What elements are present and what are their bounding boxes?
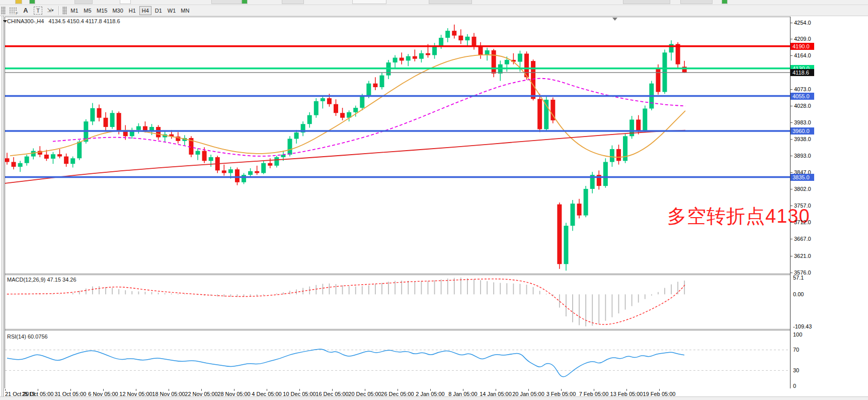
price-level-tag: 3835.0 bbox=[791, 174, 814, 181]
rsi-indicator-label: RSI(14) 60.0756 bbox=[7, 334, 48, 340]
current-price-tag: 4118.6 bbox=[791, 69, 814, 76]
candle-body bbox=[97, 108, 101, 118]
chart-ohlc-values: 4134.5 4150.4 4117.8 4118.6 bbox=[48, 18, 120, 24]
price-tick bbox=[790, 23, 793, 23]
price-tick-label: 3938.0 bbox=[794, 136, 811, 142]
candle-body bbox=[557, 205, 562, 264]
mt4-window: F A T ⇲ ▾ M1M5M15M30H1H4D1W1MN CHINA300-… bbox=[0, 0, 868, 400]
main-chart-panel[interactable] bbox=[5, 17, 790, 274]
candle-body bbox=[5, 158, 10, 162]
candle-body bbox=[406, 56, 411, 61]
price-tick bbox=[790, 222, 793, 223]
candle-body bbox=[196, 151, 200, 155]
candle-body bbox=[426, 53, 430, 55]
macd-axis-label: -109.43 bbox=[793, 323, 812, 329]
candle-body bbox=[518, 53, 522, 61]
candle-body bbox=[209, 157, 213, 161]
candle-body bbox=[156, 127, 161, 137]
candle-body bbox=[51, 154, 55, 159]
price-tick-label: 4209.0 bbox=[794, 36, 811, 42]
candle-body bbox=[261, 163, 266, 173]
price-tick-label: 3667.0 bbox=[794, 236, 811, 242]
price-tick bbox=[790, 55, 793, 56]
candle-body bbox=[77, 142, 82, 158]
candle-body bbox=[656, 68, 660, 92]
chinese-annotation-text: 多空转折点4130 bbox=[667, 204, 810, 229]
macd-panel[interactable] bbox=[5, 276, 790, 329]
candle-body bbox=[90, 108, 95, 121]
candle-body bbox=[110, 113, 115, 127]
candle-body bbox=[228, 169, 233, 173]
candle-body bbox=[373, 84, 377, 87]
candle-body bbox=[544, 100, 548, 129]
candle-body bbox=[439, 38, 443, 46]
candle-body bbox=[321, 98, 325, 101]
symbol-dropdown-icon[interactable] bbox=[3, 20, 7, 23]
candle-body bbox=[64, 157, 68, 164]
price-tick bbox=[790, 239, 793, 239]
status-strip bbox=[0, 396, 868, 400]
rsi-axis-label: 70 bbox=[793, 347, 799, 353]
candle-body bbox=[445, 31, 450, 38]
candle-body bbox=[149, 127, 154, 130]
chart-canvas[interactable] bbox=[0, 0, 868, 400]
candle-body bbox=[610, 149, 614, 162]
chart-symbol-timeframe: CHINA300-,H4 bbox=[7, 18, 44, 24]
candle-body bbox=[379, 76, 384, 87]
candle-body bbox=[577, 204, 582, 215]
candle-body bbox=[104, 118, 108, 127]
candle-body bbox=[307, 115, 312, 124]
candle-body bbox=[25, 157, 29, 163]
candle-body bbox=[340, 113, 345, 118]
candle-body bbox=[288, 139, 292, 154]
price-tick-label: 4073.0 bbox=[794, 86, 811, 92]
candle-body bbox=[413, 56, 417, 59]
candle-body bbox=[465, 37, 469, 40]
price-tick-label: 3757.0 bbox=[794, 203, 811, 209]
price-tick-label: 3893.0 bbox=[794, 153, 811, 159]
price-tick-label: 3621.0 bbox=[794, 253, 811, 259]
candle-body bbox=[242, 175, 246, 182]
candle-body bbox=[202, 151, 207, 161]
candle-body bbox=[314, 101, 319, 115]
price-tick bbox=[790, 156, 793, 156]
candle-body bbox=[643, 108, 647, 130]
candle-body bbox=[222, 170, 226, 173]
price-tick-label: 3983.0 bbox=[794, 119, 811, 125]
candle-body bbox=[327, 98, 332, 104]
candle-body bbox=[360, 96, 364, 108]
candle-body bbox=[248, 171, 253, 175]
candle-body bbox=[123, 131, 128, 137]
candle-body bbox=[471, 37, 476, 46]
candle-body bbox=[452, 31, 456, 36]
price-tick bbox=[790, 273, 793, 273]
candle-body bbox=[117, 113, 121, 131]
rsi-axis-label: 0 bbox=[793, 383, 796, 389]
candle-body bbox=[616, 149, 621, 161]
candle-body bbox=[636, 119, 641, 130]
macd-axis-label: 0.00 bbox=[793, 291, 804, 297]
candle-body bbox=[584, 189, 588, 216]
price-tick-label: 4028.0 bbox=[794, 103, 811, 109]
price-tick bbox=[790, 122, 793, 123]
candle-body bbox=[366, 84, 371, 96]
candle-body bbox=[531, 61, 535, 99]
candle-body bbox=[57, 154, 62, 156]
candle-body bbox=[393, 57, 398, 62]
candle-body bbox=[12, 162, 16, 167]
candle-body bbox=[505, 60, 509, 64]
price-tick bbox=[790, 139, 793, 140]
price-tick-label: 4254.0 bbox=[794, 20, 811, 26]
price-level-tag: 4190.0 bbox=[791, 43, 814, 50]
candle-body bbox=[44, 155, 49, 159]
candle-body bbox=[235, 169, 240, 182]
price-tick bbox=[790, 206, 793, 206]
candle-body bbox=[274, 157, 279, 166]
price-tick-label: 4164.0 bbox=[794, 52, 811, 58]
price-tick-label: 3802.0 bbox=[794, 186, 811, 192]
candle-body bbox=[479, 46, 483, 55]
candle-body bbox=[571, 204, 575, 226]
candle-body bbox=[70, 158, 75, 164]
price-tick bbox=[790, 106, 793, 106]
macd-indicator-label: MACD(12,26,9) 47.15 34.26 bbox=[7, 277, 76, 283]
